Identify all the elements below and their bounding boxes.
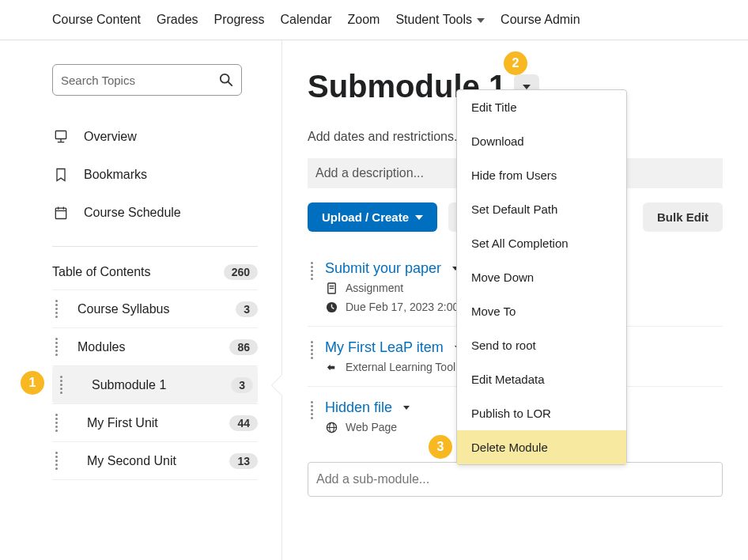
toc-label: My First Unit — [87, 416, 158, 430]
module-actions-dropdown: Edit Title Download Hide from Users Set … — [456, 89, 627, 465]
external-tool-icon — [325, 361, 338, 373]
search-box[interactable] — [52, 64, 242, 96]
item-type: Assignment — [346, 282, 403, 294]
drag-handle-icon[interactable] — [308, 260, 315, 280]
menu-move-down[interactable]: Move Down — [457, 260, 626, 294]
nav-bookmarks-label: Bookmarks — [84, 168, 147, 182]
nav-list: Overview Bookmarks Course Schedule — [52, 118, 258, 232]
menu-set-all-completion[interactable]: Set All Completion — [457, 226, 626, 260]
clock-icon — [325, 301, 338, 313]
toc-title: Table of Contents — [52, 265, 151, 279]
assignment-icon — [325, 282, 338, 294]
toc-item-submodule-1[interactable]: Submodule 1 3 — [52, 366, 258, 403]
toc-count: 44 — [229, 415, 258, 431]
toc-total-count: 260 — [224, 264, 258, 280]
item-link[interactable]: Hidden file — [325, 399, 392, 416]
menu-edit-title[interactable]: Edit Title — [457, 90, 626, 124]
toc-count: 3 — [231, 377, 253, 393]
search-input[interactable] — [61, 74, 219, 87]
annotation-badge-3: 3 — [429, 435, 452, 459]
chevron-down-icon — [415, 215, 423, 220]
menu-publish-to-lor[interactable]: Publish to LOR — [457, 396, 626, 430]
nav-overview-label: Overview — [84, 130, 137, 144]
menu-download[interactable]: Download — [457, 124, 626, 158]
drag-handle-icon[interactable] — [52, 300, 60, 318]
nav-calendar[interactable]: Calendar — [281, 9, 332, 30]
nav-student-tools[interactable]: Student Tools — [395, 9, 485, 30]
overview-icon — [52, 129, 70, 145]
chevron-down-icon[interactable] — [403, 406, 410, 410]
menu-hide-from-users[interactable]: Hide from Users — [457, 158, 626, 192]
menu-move-to[interactable]: Move To — [457, 294, 626, 328]
search-icon — [219, 73, 233, 87]
menu-delete-module[interactable]: Delete Module — [457, 430, 626, 464]
drag-handle-icon[interactable] — [57, 376, 65, 394]
svg-line-1 — [229, 82, 232, 86]
toc-item-syllabus[interactable]: Course Syllabus 3 — [52, 290, 258, 327]
layout: Overview Bookmarks Course Schedule Table… — [0, 40, 748, 560]
toc-header[interactable]: Table of Contents 260 — [52, 255, 258, 289]
nav-course-admin[interactable]: Course Admin — [501, 9, 580, 30]
toc-label: Course Syllabus — [77, 302, 170, 316]
top-nav: Course Content Grades Progress Calendar … — [0, 0, 748, 40]
toc-count: 13 — [229, 453, 258, 469]
toc-label: Submodule 1 — [92, 378, 166, 392]
item-type: External Learning Tool — [346, 361, 455, 373]
nav-schedule[interactable]: Course Schedule — [52, 194, 258, 232]
drag-handle-icon[interactable] — [308, 339, 315, 359]
toc-count: 86 — [229, 339, 258, 355]
menu-send-to-root[interactable]: Send to root — [457, 328, 626, 362]
calendar-icon — [52, 205, 70, 221]
web-page-icon — [325, 421, 338, 433]
item-type: Web Page — [346, 421, 397, 433]
chevron-down-icon — [523, 85, 531, 89]
nav-progress[interactable]: Progress — [214, 9, 265, 30]
nav-grades[interactable]: Grades — [157, 9, 198, 30]
nav-zoom[interactable]: Zoom — [348, 9, 380, 30]
toc-item-second-unit[interactable]: My Second Unit 13 — [52, 442, 258, 479]
toc-item-modules[interactable]: Modules 86 — [52, 328, 258, 365]
bookmark-icon — [52, 167, 70, 183]
divider — [52, 246, 258, 247]
menu-set-default-path[interactable]: Set Default Path — [457, 192, 626, 226]
toc-label: Modules — [77, 340, 125, 354]
item-link[interactable]: My First LeaP item — [325, 339, 444, 356]
svg-point-0 — [221, 74, 229, 83]
upload-create-label: Upload / Create — [322, 210, 409, 224]
bulk-edit-button[interactable]: Bulk Edit — [643, 202, 723, 232]
nav-schedule-label: Course Schedule — [84, 206, 181, 220]
annotation-badge-1: 1 — [21, 371, 44, 395]
divider — [52, 479, 258, 480]
drag-handle-icon[interactable] — [52, 338, 60, 356]
item-link[interactable]: Submit your paper — [325, 260, 441, 277]
annotation-badge-2: 2 — [504, 51, 527, 75]
drag-handle-icon[interactable] — [52, 452, 60, 470]
nav-overview[interactable]: Overview — [52, 118, 258, 156]
svg-rect-2 — [55, 131, 66, 139]
main-content: Submodule 1 2 Add dates and restrictions… — [282, 40, 748, 560]
svg-rect-5 — [55, 208, 66, 218]
drag-handle-icon[interactable] — [52, 414, 60, 432]
nav-bookmarks[interactable]: Bookmarks — [52, 156, 258, 194]
toc-count: 3 — [236, 301, 258, 317]
menu-edit-metadata[interactable]: Edit Metadata — [457, 362, 626, 396]
upload-create-button[interactable]: Upload / Create — [308, 202, 437, 232]
sidebar: Overview Bookmarks Course Schedule Table… — [0, 40, 282, 560]
add-submodule-input[interactable] — [308, 462, 723, 497]
toc-item-first-unit[interactable]: My First Unit 44 — [52, 404, 258, 441]
drag-handle-icon[interactable] — [308, 399, 315, 419]
nav-course-content[interactable]: Course Content — [52, 9, 141, 30]
toc-label: My Second Unit — [87, 454, 176, 468]
